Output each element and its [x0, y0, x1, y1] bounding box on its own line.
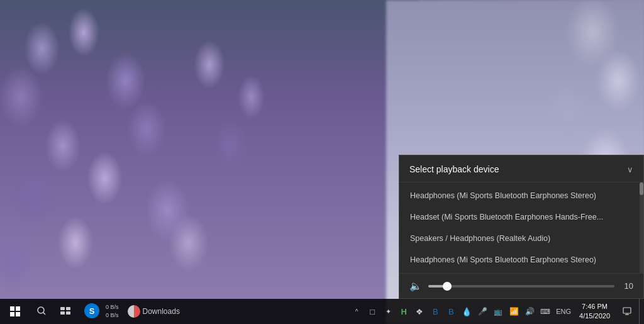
tray-icon-display[interactable]: 📺 [491, 299, 506, 324]
start-button[interactable] [0, 299, 30, 324]
tray-icon-dropbox[interactable]: ❖ [412, 299, 427, 324]
svg-line-1 [43, 313, 46, 315]
popup-scrollbar[interactable] [640, 182, 643, 273]
popup-header: Select playback device ∨ [399, 155, 643, 182]
svg-rect-2 [60, 307, 65, 310]
device-item-3[interactable]: Speakers / Headphones (Realtek Audio) [399, 228, 643, 249]
wisteria-background [0, 0, 419, 324]
tray-icon-water[interactable]: 💧 [459, 299, 474, 324]
skype-icon: S [84, 303, 99, 318]
volume-control: 🔈 10 [399, 273, 643, 298]
upload-speed: 0 B/s [106, 303, 119, 311]
system-tray: ^ □ ✦ H ❖ B B 💧 🎤 📺 📶 🔊 ⌨ ENG 7:46 PM 4/… [349, 299, 644, 324]
tray-expand-button[interactable]: ^ [349, 299, 364, 324]
tray-icon-keyboard[interactable]: ⌨ [538, 299, 553, 324]
downloads-button[interactable]: Downloads [123, 299, 185, 324]
playback-device-popup: Select playback device ∨ Headphones (Mi … [399, 155, 644, 299]
volume-thumb[interactable] [443, 282, 452, 291]
scrollbar-thumb[interactable] [640, 182, 643, 195]
device-item-2[interactable]: Headset (Mi Sports Bluetooth Earphones H… [399, 206, 643, 228]
popup-title: Select playback device [409, 164, 499, 174]
windows-icon [10, 306, 20, 316]
svg-rect-3 [66, 307, 70, 310]
taskbar-app-skype[interactable]: S [78, 299, 106, 324]
svg-rect-4 [60, 311, 65, 315]
volume-icon: 🔈 [409, 280, 422, 292]
taskbar-app-search[interactable] [30, 299, 53, 324]
svg-rect-6 [623, 308, 631, 313]
clock-date: 4/15/2020 [579, 311, 610, 321]
taskbar-app-taskview[interactable] [54, 299, 77, 324]
download-speed: 0 B/s [106, 311, 119, 320]
downloads-icon [128, 305, 140, 318]
device-list-container: Headphones (Mi Sports Bluetooth Earphone… [399, 182, 643, 273]
taskbar: S 0 B/s 0 B/s Downloads ^ □ ✦ H ❖ B B 💧 … [0, 299, 644, 324]
tray-icon-volume[interactable]: 🔊 [522, 299, 537, 324]
taskbar-pinned-apps: S [30, 299, 106, 324]
device-item-4[interactable]: Headphones (Mi Sports Bluetooth Earphone… [399, 249, 643, 271]
action-center-button[interactable] [616, 299, 638, 324]
network-speed: 0 B/s 0 B/s [106, 303, 119, 319]
device-item-1[interactable]: Headphones (Mi Sports Bluetooth Earphone… [399, 185, 643, 206]
device-list: Headphones (Mi Sports Bluetooth Earphone… [399, 182, 643, 273]
tray-icon-wifi[interactable]: 📶 [506, 299, 521, 324]
tray-icon-microphone[interactable]: 🎤 [475, 299, 490, 324]
popup-chevron-icon[interactable]: ∨ [627, 165, 633, 174]
tray-icon-app-h[interactable]: H [396, 299, 411, 324]
tray-icon-bluetooth-1[interactable]: ✦ [380, 299, 396, 324]
volume-value: 10 [621, 281, 633, 291]
tray-icon-bluetooth-2[interactable]: B [428, 299, 443, 324]
taskbar-left: S [0, 299, 106, 324]
volume-slider[interactable] [428, 285, 614, 288]
svg-rect-5 [66, 311, 70, 315]
language-indicator[interactable]: ENG [553, 299, 574, 324]
tray-icon-taskview[interactable]: □ [365, 299, 380, 324]
show-desktop-button[interactable] [639, 299, 644, 324]
downloads-label: Downloads [143, 307, 180, 316]
tray-icon-bluetooth-3[interactable]: B [443, 299, 458, 324]
clock-time: 7:46 PM [582, 302, 608, 311]
clock-area[interactable]: 7:46 PM 4/15/2020 [574, 299, 615, 324]
